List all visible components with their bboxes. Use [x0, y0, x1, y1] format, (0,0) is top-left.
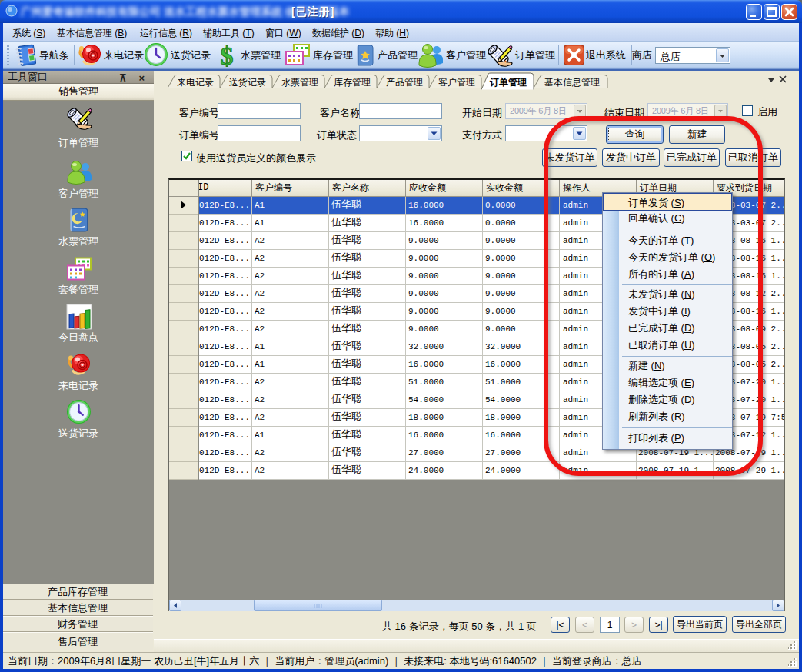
svg-text:$: $: [221, 42, 234, 68]
